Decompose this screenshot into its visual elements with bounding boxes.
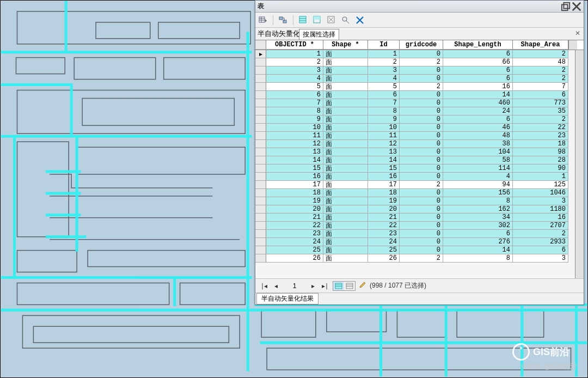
cell-area: 1180 bbox=[513, 205, 568, 214]
table-row[interactable]: 18面1801561046 bbox=[255, 189, 575, 197]
record-number-input[interactable] bbox=[284, 282, 305, 290]
cell-id: 4 bbox=[368, 75, 400, 83]
cell-objectid: 19 bbox=[266, 197, 323, 205]
table-row[interactable]: 16面16041 bbox=[255, 173, 575, 181]
titlebar[interactable]: 表 bbox=[255, 1, 584, 13]
table-row[interactable]: 26面26283 bbox=[255, 254, 575, 263]
clear-selection-icon[interactable] bbox=[326, 15, 337, 26]
table-row[interactable]: 10面1004622 bbox=[255, 124, 575, 132]
row-handle[interactable] bbox=[255, 156, 266, 164]
cell-id: 10 bbox=[368, 124, 400, 132]
table-row[interactable]: 2面226648 bbox=[255, 58, 575, 66]
row-handle[interactable] bbox=[255, 197, 266, 205]
col-objectid[interactable]: OBJECTID * bbox=[266, 40, 323, 50]
table-row[interactable]: 5面52167 bbox=[255, 83, 575, 91]
row-handle[interactable] bbox=[255, 205, 266, 214]
table-row[interactable]: 15面15011490 bbox=[255, 164, 575, 173]
row-handle[interactable] bbox=[255, 181, 266, 189]
select-by-attr-popup[interactable]: 按属性选择 bbox=[299, 29, 339, 40]
switch-selection-icon[interactable] bbox=[312, 15, 323, 26]
table-row[interactable]: 20面2001621180 bbox=[255, 205, 575, 214]
row-handle[interactable] bbox=[255, 148, 266, 156]
row-handle[interactable] bbox=[255, 230, 266, 238]
row-handle[interactable] bbox=[255, 173, 266, 181]
row-handle[interactable] bbox=[255, 99, 266, 107]
cell-length: 104 bbox=[443, 148, 513, 156]
svg-rect-25 bbox=[283, 20, 286, 23]
cell-objectid: 15 bbox=[266, 164, 323, 173]
col-id[interactable]: Id bbox=[368, 40, 400, 50]
row-handle[interactable] bbox=[255, 75, 266, 83]
prev-record-icon[interactable]: ◂ bbox=[272, 282, 280, 290]
table-row[interactable]: 11面1104823 bbox=[255, 132, 575, 140]
grid-rows[interactable]: ▸1面10622面2266483面30624面40625面521676面6014… bbox=[255, 50, 575, 278]
table-row[interactable]: 21面2103416 bbox=[255, 214, 575, 222]
close-tab-icon[interactable]: ✕ bbox=[575, 29, 580, 37]
table-row[interactable]: 4面4062 bbox=[255, 75, 575, 83]
row-handle[interactable] bbox=[255, 238, 266, 246]
table-options-icon[interactable] bbox=[258, 15, 268, 26]
row-handle[interactable] bbox=[255, 164, 266, 173]
row-handle[interactable] bbox=[255, 107, 266, 115]
row-handle[interactable] bbox=[255, 246, 266, 254]
zoom-selection-icon[interactable] bbox=[340, 15, 351, 26]
row-handle[interactable] bbox=[255, 91, 266, 99]
vertical-scrollbar[interactable] bbox=[575, 50, 584, 278]
row-handle[interactable] bbox=[255, 58, 266, 66]
cell-id: 1 bbox=[368, 50, 400, 58]
table-row[interactable]: 17面17294125 bbox=[255, 181, 575, 189]
table-row[interactable]: ▸1面1062 bbox=[255, 50, 575, 58]
table-row[interactable]: 19面19083 bbox=[255, 197, 575, 205]
table-row[interactable]: 6面60146 bbox=[255, 91, 575, 99]
col-shape-area[interactable]: Shape_Area bbox=[513, 40, 568, 50]
last-record-icon[interactable]: ▸∣ bbox=[321, 282, 329, 290]
col-shape-length[interactable]: Shape_Length bbox=[443, 40, 513, 50]
result-layer-tab[interactable]: 半自动矢量化结果 bbox=[256, 293, 318, 304]
table-row[interactable]: 13面13010498 bbox=[255, 148, 575, 156]
cell-gridcode: 0 bbox=[400, 197, 443, 205]
show-all-icon[interactable] bbox=[333, 282, 344, 290]
next-record-icon[interactable]: ▸ bbox=[309, 282, 317, 290]
first-record-icon[interactable]: ∣◂ bbox=[260, 282, 268, 290]
row-handle[interactable] bbox=[255, 214, 266, 222]
table-row[interactable]: 12面1203818 bbox=[255, 140, 575, 148]
row-handle[interactable] bbox=[255, 222, 266, 230]
row-handle[interactable] bbox=[255, 66, 266, 75]
close-icon[interactable] bbox=[572, 3, 581, 10]
delete-selection-icon[interactable] bbox=[354, 15, 365, 26]
row-handle[interactable] bbox=[255, 140, 266, 148]
related-tables-icon[interactable] bbox=[278, 15, 289, 26]
cell-objectid: 8 bbox=[266, 107, 323, 115]
edit-pencil-icon[interactable] bbox=[359, 281, 366, 290]
row-handle[interactable]: ▸ bbox=[255, 50, 266, 58]
cell-gridcode: 0 bbox=[400, 75, 443, 83]
table-row[interactable]: 7面70460773 bbox=[255, 99, 575, 107]
row-handle[interactable] bbox=[255, 189, 266, 197]
select-all-handle[interactable] bbox=[255, 40, 266, 50]
table-row[interactable]: 24面2402762933 bbox=[255, 238, 575, 246]
row-handle[interactable] bbox=[255, 132, 266, 140]
show-selected-icon[interactable] bbox=[344, 282, 355, 290]
row-handle[interactable] bbox=[255, 83, 266, 91]
table-row[interactable]: 8面802435 bbox=[255, 107, 575, 115]
table-row[interactable]: 9面9062 bbox=[255, 115, 575, 124]
table-row[interactable]: 14面1405828 bbox=[255, 156, 575, 164]
show-mode-toggle[interactable] bbox=[333, 281, 356, 291]
table-row[interactable]: 25面250146 bbox=[255, 246, 575, 254]
restore-icon[interactable] bbox=[561, 3, 571, 10]
row-handle[interactable] bbox=[255, 124, 266, 132]
table-row[interactable]: 3面3062 bbox=[255, 66, 575, 75]
row-handle[interactable] bbox=[255, 254, 266, 263]
cell-id: 19 bbox=[368, 197, 400, 205]
layer-tab-label[interactable]: 半自动矢量化 bbox=[258, 29, 300, 39]
table-row[interactable]: 22面2203022707 bbox=[255, 222, 575, 230]
cell-id: 23 bbox=[368, 230, 400, 238]
col-gridcode[interactable]: gridcode bbox=[400, 40, 443, 50]
cell-id: 12 bbox=[368, 140, 400, 148]
select-by-attributes-icon[interactable] bbox=[298, 15, 309, 26]
cell-id: 11 bbox=[368, 132, 400, 140]
table-row[interactable]: 23面23062 bbox=[255, 230, 575, 238]
row-handle[interactable] bbox=[255, 115, 266, 124]
col-shape[interactable]: Shape * bbox=[323, 40, 368, 50]
cell-id: 17 bbox=[368, 181, 400, 189]
